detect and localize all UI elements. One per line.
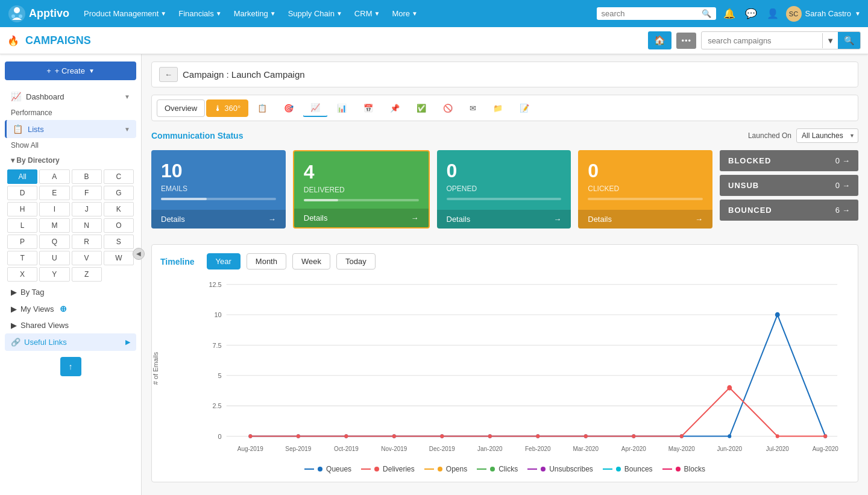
sub-header: 🔥 CAMPAIGNS 🏠 ••• ▼ 🔍 [0, 27, 868, 54]
svg-point-2 [11, 14, 15, 18]
nav-financials[interactable]: Financials ▼ [174, 7, 226, 20]
alpha-w[interactable]: W [104, 251, 134, 265]
alpha-u[interactable]: U [39, 251, 69, 265]
emails-details-button[interactable]: Details → [151, 210, 286, 229]
tab-icon-6[interactable]: 📅 [356, 99, 381, 117]
alpha-o[interactable]: O [104, 218, 134, 233]
alpha-f[interactable]: F [72, 186, 102, 200]
notifications-icon[interactable]: 🔔 [721, 5, 738, 22]
tab-icon-7[interactable]: 📌 [382, 99, 407, 117]
sidebar-item-lists[interactable]: 📋 Lists ▼ [5, 120, 136, 138]
opened-details-button[interactable]: Details → [437, 210, 571, 229]
alpha-x[interactable]: X [7, 267, 37, 282]
sidebar-shared-views[interactable]: ▶ Shared Views [5, 317, 136, 333]
right-stat-blocked[interactable]: BLOCKED 0 → [720, 150, 858, 171]
tab-icon-9[interactable]: 🚫 [435, 99, 461, 117]
create-button[interactable]: + + Create ▼ [5, 61, 136, 80]
tab-icon-8[interactable]: ✅ [409, 99, 434, 117]
alpha-t[interactable]: T [7, 251, 37, 265]
nav-marketing[interactable]: Marketing ▼ [229, 7, 281, 20]
nav-more[interactable]: More ▼ [387, 7, 423, 20]
alpha-n[interactable]: N [72, 218, 102, 233]
sidebar-useful-links[interactable]: 🔗 Useful Links ▶ [5, 333, 136, 351]
alpha-c[interactable]: C [104, 169, 134, 184]
alpha-p[interactable]: P [7, 235, 37, 249]
tab-icon-11[interactable]: 📁 [485, 99, 511, 117]
svg-text:Feb-2020: Feb-2020 [525, 446, 551, 452]
tab-icon-5[interactable]: 📊 [329, 99, 354, 117]
legend-queues: Queues [304, 465, 351, 473]
bounced-arrow-icon: → [842, 206, 850, 215]
nav-product-management[interactable]: Product Management ▼ [79, 7, 171, 20]
svg-point-53 [776, 434, 779, 438]
alpha-z[interactable]: Z [72, 267, 102, 282]
alpha-g[interactable]: G [104, 186, 134, 200]
more-options-button[interactable]: ••• [676, 33, 696, 49]
tab-icon-3[interactable]: 🎯 [276, 99, 301, 117]
global-search-box[interactable]: 🔍 [597, 7, 716, 20]
logo[interactable]: Apptivo [7, 4, 69, 24]
back-button[interactable]: ← [159, 67, 178, 82]
svg-text:Mar-2020: Mar-2020 [573, 446, 599, 452]
alpha-all[interactable]: All [7, 169, 37, 184]
alpha-q[interactable]: Q [39, 235, 69, 249]
right-stat-bounced[interactable]: BOUNCED 6 → [720, 200, 858, 221]
svg-text:7.5: 7.5 [212, 341, 221, 348]
scroll-top-button[interactable]: ↑ [60, 357, 81, 376]
stat-cards-area: 10 EMAILS Details → 4 DELIVERED [151, 150, 858, 236]
timeline-tab-month[interactable]: Month [247, 253, 286, 270]
alpha-r[interactable]: R [72, 235, 102, 249]
launched-on-select-wrap[interactable]: All Launches [796, 128, 858, 143]
chart-legend: Queues Deliveries Opens Clicks [160, 465, 849, 473]
sidebar-item-dashboard[interactable]: 📈 Dashboard ▼ [5, 87, 136, 106]
tab-icon-10[interactable]: ✉ [462, 99, 484, 117]
tab-overview[interactable]: Overview [157, 99, 205, 117]
alpha-d[interactable]: D [7, 186, 37, 200]
tab-chart[interactable]: 📈 [303, 99, 328, 117]
timeline-tab-year[interactable]: Year [207, 253, 241, 270]
alpha-a[interactable]: A [39, 169, 69, 184]
contacts-icon[interactable]: 👤 [764, 5, 781, 22]
search-icon[interactable]: 🔍 [702, 9, 711, 18]
search-campaigns-button[interactable]: 🔍 [838, 32, 860, 49]
timeline-tab-today[interactable]: Today [336, 253, 376, 270]
tab-icon-2[interactable]: 📋 [250, 99, 275, 117]
sidebar-my-views[interactable]: ▶ My Views ⊕ [5, 300, 136, 317]
opens-label: Opens [446, 465, 467, 473]
chevron-down-icon: ▼ [336, 10, 342, 17]
svg-point-46 [440, 434, 444, 438]
search-campaigns-input[interactable] [702, 33, 822, 48]
alpha-h[interactable]: H [7, 202, 37, 216]
user-menu[interactable]: SC Sarah Castro ▼ [786, 6, 861, 22]
home-button[interactable]: 🏠 [648, 31, 671, 49]
sidebar-show-all[interactable]: Show All [5, 138, 136, 153]
alpha-b[interactable]: B [72, 169, 102, 184]
nav-supply-chain[interactable]: Supply Chain ▼ [283, 7, 347, 20]
sidebar-performance[interactable]: Performance [5, 106, 136, 120]
tab-icon-12[interactable]: 📝 [512, 99, 537, 117]
tab-360[interactable]: 🌡 360° [206, 99, 248, 117]
avatar: SC [786, 6, 802, 22]
launched-on-select[interactable]: All Launches [796, 128, 858, 143]
alpha-l[interactable]: L [7, 218, 37, 233]
sidebar-by-tag[interactable]: ▶ By Tag [5, 284, 136, 300]
nav-crm[interactable]: CRM ▼ [350, 7, 385, 20]
collapse-sidebar-button[interactable]: ◀ [133, 248, 145, 260]
alpha-s[interactable]: S [104, 235, 134, 249]
alpha-e[interactable]: E [39, 186, 69, 200]
alpha-j[interactable]: J [72, 202, 102, 216]
link-icon: 🔗 [11, 338, 20, 347]
global-search-input[interactable] [602, 9, 698, 18]
clicked-details-button[interactable]: Details → [578, 210, 712, 229]
alpha-v[interactable]: V [72, 251, 102, 265]
timeline-tab-week[interactable]: Week [292, 253, 330, 270]
delivered-details-button[interactable]: Details → [294, 209, 429, 227]
alpha-k[interactable]: K [104, 202, 134, 216]
alpha-i[interactable]: I [39, 202, 69, 216]
right-stat-unsub[interactable]: UNSUB 0 → [720, 175, 858, 196]
messages-icon[interactable]: 💬 [743, 5, 760, 22]
add-view-icon[interactable]: ⊕ [60, 304, 67, 314]
alpha-y[interactable]: Y [39, 267, 69, 282]
alpha-m[interactable]: M [39, 218, 69, 233]
search-campaigns-dropdown[interactable]: ▼ [822, 33, 838, 48]
